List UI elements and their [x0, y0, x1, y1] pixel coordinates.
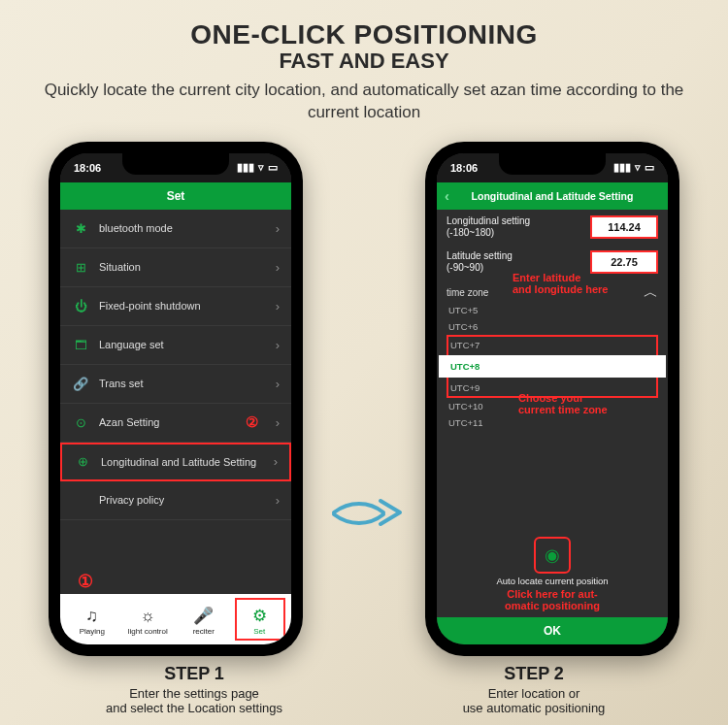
- chevron-right-icon: ›: [276, 221, 280, 236]
- chevron-right-icon: ›: [276, 415, 280, 430]
- signal-icon: ▮▮▮: [237, 161, 254, 174]
- tz-item[interactable]: UTC+11: [448, 414, 656, 431]
- chevron-up-icon[interactable]: ︿: [644, 283, 658, 302]
- tz-label: time zone: [447, 287, 488, 298]
- status-time: 18:06: [450, 162, 478, 174]
- location-icon: ◉: [545, 544, 560, 566]
- tab-label: light control: [128, 627, 168, 636]
- lat-label: Latitude setting: [447, 250, 513, 261]
- chevron-right-icon: ›: [276, 493, 280, 508]
- row-label: Privacy policy: [99, 494, 164, 506]
- playing-icon: ♫: [64, 607, 120, 626]
- language-icon: 🗔: [72, 338, 89, 352]
- settings-list: ✱ bluetooth mode › ⊞ Situation › ⏻ Fixed…: [60, 210, 291, 594]
- chevron-right-icon: ›: [274, 454, 278, 469]
- annotation-latlon: Enter latitudeand longitude here: [513, 272, 608, 295]
- chevron-right-icon: ›: [276, 299, 280, 313]
- subtitle: FAST AND EASY: [39, 49, 689, 74]
- battery-icon: ▭: [645, 161, 654, 174]
- row-bluetooth[interactable]: ✱ bluetooth mode ›: [60, 210, 291, 248]
- row-label: Azan Setting: [99, 416, 159, 428]
- annotation-tz-highlight: UTC+7 UTC+8 UTC+9: [447, 335, 658, 398]
- bluetooth-icon: ✱: [72, 221, 89, 236]
- row-trans[interactable]: 🔗 Trans set ›: [60, 365, 291, 404]
- auto-locate-button[interactable]: ◉: [534, 537, 571, 574]
- lat-range: (-90~90): [447, 262, 483, 273]
- tab-label: Playing: [80, 627, 105, 636]
- status-icons: ▮▮▮ ▿ ▭: [613, 161, 654, 174]
- latitude-input[interactable]: 22.75: [590, 250, 658, 274]
- title: ONE-CLICK POSITIONING: [39, 19, 689, 50]
- light-icon: ☼: [120, 607, 177, 626]
- location-icon: ⊕: [74, 454, 91, 469]
- step-desc: Enter location oruse automatic positioni…: [398, 686, 670, 716]
- chevron-right-icon: ›: [276, 338, 280, 352]
- tab-label: reciter: [193, 627, 215, 636]
- notch: [122, 153, 229, 175]
- row-label: Situation: [99, 261, 141, 273]
- status-icons: ▮▮▮ ▿ ▭: [237, 161, 278, 174]
- signal-icon: ▮▮▮: [613, 161, 631, 174]
- wifi-icon: ▿: [258, 161, 264, 174]
- row-lonlat[interactable]: ⊕ Longitudinal and Latitude Setting ›: [60, 443, 291, 481]
- row-privacy[interactable]: Privacy policy ›: [60, 481, 291, 520]
- tz-item[interactable]: UTC+6: [448, 318, 656, 335]
- tab-reciter[interactable]: 🎤 reciter: [176, 606, 232, 636]
- step-1: STEP 1 Enter the settings pageand select…: [58, 664, 330, 716]
- tab-light[interactable]: ☼ light control: [120, 607, 177, 636]
- row-situation[interactable]: ⊞ Situation ›: [60, 248, 291, 287]
- screen-title: Set: [167, 189, 185, 203]
- tz-item[interactable]: UTC+7: [450, 337, 654, 353]
- longitude-input[interactable]: 114.24: [590, 215, 658, 239]
- screen-title-bar: ‹ Longitudinal and Latitude Setting: [437, 182, 668, 210]
- steps: STEP 1 Enter the settings pageand select…: [0, 656, 728, 716]
- notch: [499, 153, 606, 175]
- wifi-icon: ▿: [635, 161, 641, 174]
- chevron-right-icon: ›: [276, 377, 280, 391]
- tab-playing[interactable]: ♫ Playing: [64, 607, 120, 636]
- row-azan[interactable]: ⊙ Azan Setting ② ›: [60, 404, 291, 443]
- row-label: Trans set: [99, 378, 143, 389]
- auto-locate-label: Auto locate current position: [437, 576, 668, 586]
- annotation-1: ①: [78, 571, 93, 592]
- situation-icon: ⊞: [72, 260, 89, 275]
- screen-title-bar: Set: [60, 182, 291, 210]
- ok-button[interactable]: OK: [437, 617, 668, 644]
- tab-bar: ♫ Playing ☼ light control 🎤 reciter ⚙ Se…: [60, 594, 291, 644]
- row-label: bluetooth mode: [99, 222, 173, 234]
- trans-icon: 🔗: [72, 377, 89, 391]
- reciter-icon: 🎤: [176, 606, 232, 626]
- arrow-icon: [330, 491, 403, 534]
- annotation-tab-highlight: [235, 598, 285, 641]
- auto-locate-section: ◉ Auto locate current position Click her…: [437, 531, 668, 617]
- annotation-auto: Click here for aut-omatic positioning: [437, 588, 668, 611]
- row-label: Language set: [99, 339, 164, 350]
- lon-label: Longitudinal setting: [447, 215, 530, 226]
- longitude-row: Longitudinal setting (-180~180) 114.24: [437, 210, 668, 245]
- chevron-right-icon: ›: [276, 260, 280, 275]
- row-shutdown[interactable]: ⏻ Fixed-point shutdown ›: [60, 287, 291, 326]
- step-title: STEP 2: [398, 664, 670, 684]
- tz-item-selected[interactable]: UTC+8: [439, 355, 666, 378]
- step-2: STEP 2 Enter location oruse automatic po…: [398, 664, 670, 716]
- phone-step2: 18:06 ▮▮▮ ▿ ▭ ‹ Longitudinal and Latitud…: [425, 142, 679, 656]
- screen-title: Longitudinal and Latitude Setting: [472, 190, 634, 202]
- lon-range: (-180~180): [447, 227, 494, 238]
- tz-item[interactable]: UTC+5: [448, 302, 656, 318]
- description: Quickly locate the current city location…: [39, 80, 689, 124]
- row-language[interactable]: 🗔 Language set ›: [60, 326, 291, 365]
- power-icon: ⏻: [72, 299, 89, 313]
- row-label: Fixed-point shutdown: [99, 300, 201, 312]
- phone-step1: 18:06 ▮▮▮ ▿ ▭ Set ✱ bluetooth mode › ⊞: [49, 142, 303, 656]
- marketing-header: ONE-CLICK POSITIONING FAST AND EASY Quic…: [0, 0, 728, 132]
- step-title: STEP 1: [58, 664, 330, 684]
- annotation-timezone: Choose yourcurrent time zone: [518, 392, 608, 415]
- annotation-2: ②: [246, 413, 258, 431]
- status-time: 18:06: [74, 162, 101, 174]
- back-icon[interactable]: ‹: [445, 187, 449, 204]
- step-desc: Enter the settings pageand select the Lo…: [58, 686, 330, 716]
- azan-icon: ⊙: [72, 415, 89, 430]
- battery-icon: ▭: [268, 161, 278, 174]
- row-label: Longitudinal and Latitude Setting: [101, 456, 256, 468]
